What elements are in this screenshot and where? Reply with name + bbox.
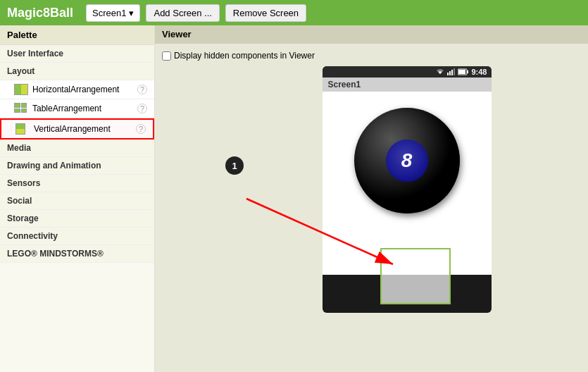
vertical-arrangement-icon bbox=[15, 123, 30, 135]
palette-panel: Palette User Interface Layout Horizontal… bbox=[0, 25, 155, 372]
sidebar-item-drawing-animation[interactable]: Drawing and Animation bbox=[0, 157, 154, 175]
screen-dropdown[interactable]: Screen1 ▾ bbox=[86, 4, 140, 22]
viewer-panel: Viewer Display hidden components in View… bbox=[155, 25, 588, 372]
svg-rect-1 bbox=[449, 71, 451, 75]
drop-target-area[interactable] bbox=[380, 248, 451, 304]
sidebar-item-social[interactable]: Social bbox=[0, 192, 154, 210]
svg-rect-3 bbox=[453, 68, 455, 75]
svg-rect-2 bbox=[451, 70, 453, 75]
palette-title: Palette bbox=[0, 25, 154, 45]
phone-screen1-label: Screen1 bbox=[323, 78, 492, 92]
sidebar-item-layout[interactable]: Layout bbox=[0, 63, 154, 80]
viewer-title: Viewer bbox=[155, 25, 588, 44]
svg-rect-6 bbox=[458, 70, 465, 74]
chevron-down-icon: ▾ bbox=[129, 8, 134, 18]
ball-container: 8 bbox=[326, 95, 488, 225]
horizontal-arrangement-label: HorizontalArrangement bbox=[32, 85, 137, 94]
vertical-arrangement-label: VerticalArrangement bbox=[34, 124, 136, 134]
ball-number-circle: 8 bbox=[386, 140, 428, 182]
sidebar-item-storage[interactable]: Storage bbox=[0, 210, 154, 228]
main-layout: Palette User Interface Layout Horizontal… bbox=[0, 25, 588, 372]
palette-item-table[interactable]: TableArrangement ? bbox=[0, 99, 154, 118]
app-title: Magic8Ball bbox=[7, 6, 73, 20]
svg-rect-0 bbox=[447, 73, 449, 75]
viewer-content: Display hidden components in Viewer bbox=[155, 44, 588, 320]
step-1-indicator: 1 bbox=[225, 156, 244, 175]
app-header: Magic8Ball Screen1 ▾ Add Screen ... Remo… bbox=[0, 0, 588, 25]
add-screen-button[interactable]: Add Screen ... bbox=[146, 4, 219, 22]
svg-rect-5 bbox=[467, 70, 468, 73]
horizontal-help-icon[interactable]: ? bbox=[137, 85, 147, 94]
battery-icon bbox=[458, 68, 469, 75]
table-arrangement-icon bbox=[14, 103, 28, 114]
palette-item-horizontal[interactable]: HorizontalArrangement ? bbox=[0, 80, 154, 99]
display-hidden-label: Display hidden components in Viewer bbox=[174, 51, 315, 61]
display-hidden-row: Display hidden components in Viewer bbox=[162, 51, 581, 61]
palette-item-vertical[interactable]: VerticalArrangement ? bbox=[0, 118, 154, 140]
sidebar-item-sensors[interactable]: Sensors bbox=[0, 175, 154, 192]
magic-8-ball: 8 bbox=[354, 108, 460, 213]
status-icons: 9:48 bbox=[435, 68, 487, 76]
table-help-icon[interactable]: ? bbox=[137, 104, 147, 113]
phone-content: 8 bbox=[323, 92, 492, 275]
vertical-help-icon[interactable]: ? bbox=[136, 124, 146, 134]
status-time: 9:48 bbox=[471, 68, 487, 76]
signal-icon bbox=[447, 68, 456, 75]
table-arrangement-label: TableArrangement bbox=[32, 104, 137, 113]
sidebar-item-connectivity[interactable]: Connectivity bbox=[0, 228, 154, 245]
phone-status-bar: 9:48 bbox=[323, 66, 492, 78]
sidebar-item-media[interactable]: Media bbox=[0, 140, 154, 157]
wifi-icon bbox=[435, 68, 445, 75]
sidebar-item-user-interface[interactable]: User Interface bbox=[0, 45, 154, 63]
display-hidden-checkbox[interactable] bbox=[162, 51, 171, 61]
horizontal-arrangement-icon bbox=[14, 84, 28, 95]
sidebar-item-lego[interactable]: LEGO® MINDSTORMS® bbox=[0, 245, 154, 263]
remove-screen-button[interactable]: Remove Screen bbox=[225, 4, 306, 22]
